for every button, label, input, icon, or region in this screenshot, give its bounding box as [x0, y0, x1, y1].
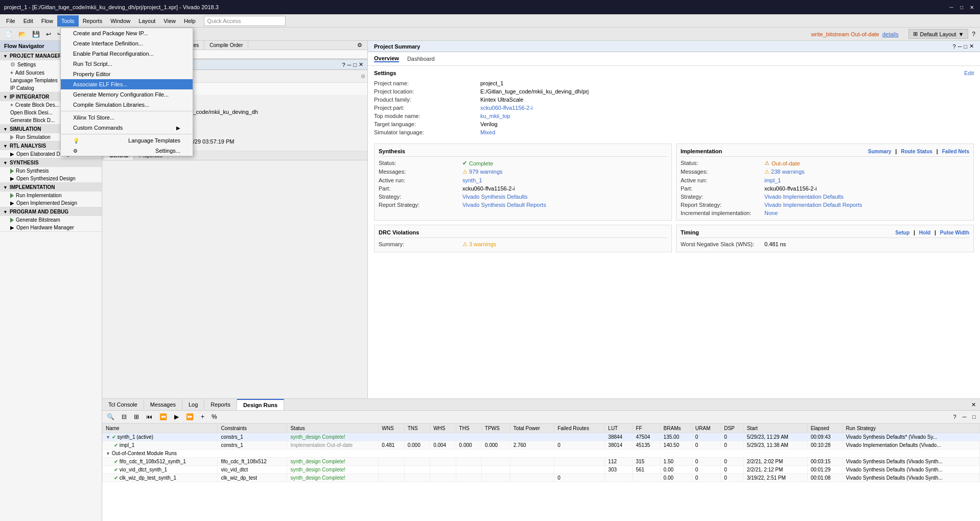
settings-menu-icon: ⚙	[73, 148, 78, 154]
tools-menu: Create and Package New IP... Create Inte…	[60, 28, 193, 156]
menu-item-property-editor[interactable]: Property Editor	[61, 69, 193, 79]
menu-item-xilinx-tcl-store[interactable]: Xilinx Tcl Store...	[61, 112, 193, 123]
menu-item-run-tcl[interactable]: Run Tcl Script...	[61, 59, 193, 69]
menu-divider	[61, 111, 193, 111]
lang-templates-icon: 💡	[73, 138, 79, 144]
menu-item-create-interface[interactable]: Create Interface Definition...	[61, 38, 193, 49]
menu-item-language-templates[interactable]: 💡Language Templates	[61, 135, 193, 146]
menu-item-create-package-ip[interactable]: Create and Package New IP...	[61, 28, 193, 38]
menu-item-compile-sim-libs[interactable]: Compile Simulation Libraries...	[61, 100, 193, 110]
menu-item-associate-elf[interactable]: Associate ELF Files...	[61, 79, 193, 89]
menu-item-enable-partial-reconfig[interactable]: Enable Partial Reconfiguration...	[61, 49, 193, 59]
menu-item-settings[interactable]: ⚙Settings...	[61, 146, 193, 156]
menu-item-gen-memory-config[interactable]: Generate Memory Configuration File...	[61, 89, 193, 100]
menu-divider-2	[61, 134, 193, 134]
menu-item-custom-commands[interactable]: Custom Commands ▶	[61, 123, 193, 133]
submenu-arrow-icon: ▶	[176, 125, 180, 131]
